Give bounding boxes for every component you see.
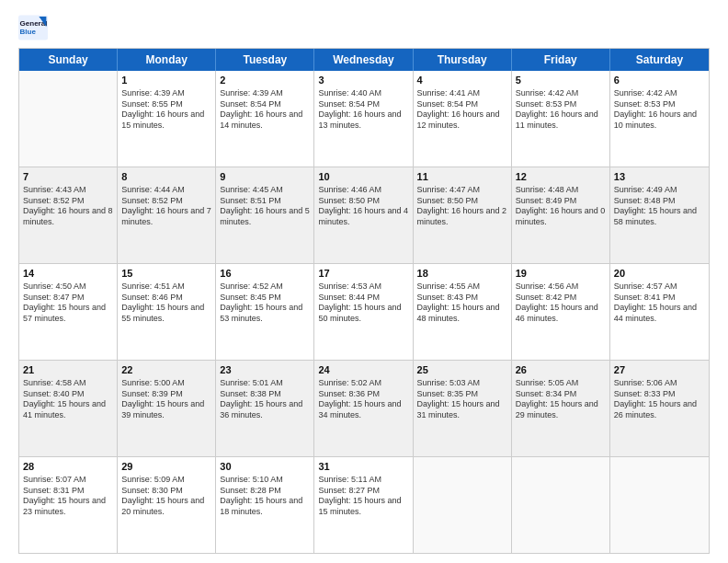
day-header-wednesday: Wednesday (314, 49, 413, 71)
cell-text: Sunrise: 5:00 AMSunset: 8:39 PMDaylight:… (121, 378, 211, 421)
day-number: 29 (121, 460, 211, 474)
cal-cell (512, 457, 610, 553)
day-number: 15 (121, 267, 211, 281)
cal-cell (19, 71, 118, 167)
day-number: 2 (220, 74, 310, 87)
cal-cell: 20Sunrise: 4:57 AMSunset: 8:41 PMDayligh… (610, 264, 709, 360)
logo: General Blue (18, 15, 48, 40)
cell-text: Sunrise: 4:44 AMSunset: 8:52 PMDaylight:… (121, 185, 211, 228)
cell-text: Sunrise: 5:11 AMSunset: 8:27 PMDaylight:… (318, 475, 408, 518)
day-number: 8 (121, 170, 211, 184)
day-number: 17 (318, 267, 408, 281)
cell-text: Sunrise: 5:06 AMSunset: 8:33 PMDaylight:… (614, 378, 705, 421)
cal-cell: 4Sunrise: 4:41 AMSunset: 8:54 PMDaylight… (414, 71, 512, 167)
cal-cell: 24Sunrise: 5:02 AMSunset: 8:36 PMDayligh… (314, 361, 413, 456)
cal-cell (414, 457, 512, 553)
day-header-saturday: Saturday (610, 49, 709, 71)
cell-text: Sunrise: 4:47 AMSunset: 8:50 PMDaylight:… (417, 185, 507, 228)
day-number: 28 (23, 460, 113, 474)
cal-cell: 28Sunrise: 5:07 AMSunset: 8:31 PMDayligh… (19, 457, 118, 553)
week-row-5: 28Sunrise: 5:07 AMSunset: 8:31 PMDayligh… (19, 457, 709, 553)
cal-cell: 23Sunrise: 5:01 AMSunset: 8:38 PMDayligh… (216, 361, 314, 456)
cell-text: Sunrise: 5:01 AMSunset: 8:38 PMDaylight:… (220, 378, 310, 421)
day-number: 23 (220, 363, 310, 377)
cal-cell: 25Sunrise: 5:03 AMSunset: 8:35 PMDayligh… (414, 361, 512, 456)
day-number: 12 (516, 170, 606, 184)
day-number: 7 (23, 170, 113, 184)
cell-text: Sunrise: 4:58 AMSunset: 8:40 PMDaylight:… (23, 378, 113, 421)
cal-cell: 16Sunrise: 4:52 AMSunset: 8:45 PMDayligh… (216, 264, 314, 360)
day-number: 9 (220, 170, 310, 184)
week-row-2: 7Sunrise: 4:43 AMSunset: 8:52 PMDaylight… (19, 167, 709, 264)
page-header: General Blue (18, 15, 710, 40)
week-row-4: 21Sunrise: 4:58 AMSunset: 8:40 PMDayligh… (19, 361, 709, 457)
cal-cell: 29Sunrise: 5:09 AMSunset: 8:30 PMDayligh… (118, 457, 216, 553)
day-header-monday: Monday (118, 49, 216, 71)
cal-cell: 22Sunrise: 5:00 AMSunset: 8:39 PMDayligh… (118, 361, 216, 456)
day-number: 13 (614, 170, 705, 184)
cal-cell: 11Sunrise: 4:47 AMSunset: 8:50 PMDayligh… (414, 167, 512, 263)
day-number: 11 (417, 170, 507, 184)
cal-cell: 19Sunrise: 4:56 AMSunset: 8:42 PMDayligh… (512, 264, 610, 360)
cell-text: Sunrise: 5:07 AMSunset: 8:31 PMDaylight:… (23, 475, 113, 518)
day-number: 21 (23, 363, 113, 377)
day-header-friday: Friday (512, 49, 610, 71)
day-number: 14 (23, 267, 113, 281)
cell-text: Sunrise: 5:10 AMSunset: 8:28 PMDaylight:… (220, 475, 310, 518)
cal-cell: 8Sunrise: 4:44 AMSunset: 8:52 PMDaylight… (118, 167, 216, 263)
cell-text: Sunrise: 4:42 AMSunset: 8:53 PMDaylight:… (614, 88, 705, 132)
cell-text: Sunrise: 4:48 AMSunset: 8:49 PMDaylight:… (516, 185, 606, 228)
cell-text: Sunrise: 5:09 AMSunset: 8:30 PMDaylight:… (121, 475, 211, 518)
day-number: 19 (516, 267, 606, 281)
cal-cell: 6Sunrise: 4:42 AMSunset: 8:53 PMDaylight… (610, 71, 709, 167)
cal-cell: 3Sunrise: 4:40 AMSunset: 8:54 PMDaylight… (314, 71, 413, 167)
cal-cell: 14Sunrise: 4:50 AMSunset: 8:47 PMDayligh… (19, 264, 118, 360)
cell-text: Sunrise: 4:40 AMSunset: 8:54 PMDaylight:… (318, 88, 408, 132)
cell-text: Sunrise: 4:49 AMSunset: 8:48 PMDaylight:… (614, 185, 705, 228)
cal-cell: 2Sunrise: 4:39 AMSunset: 8:54 PMDaylight… (216, 71, 314, 167)
cell-text: Sunrise: 5:02 AMSunset: 8:36 PMDaylight:… (318, 378, 408, 421)
day-number: 30 (220, 460, 310, 474)
day-header-sunday: Sunday (19, 49, 118, 71)
cell-text: Sunrise: 4:42 AMSunset: 8:53 PMDaylight:… (516, 88, 606, 132)
svg-text:Blue: Blue (20, 28, 37, 36)
cal-cell: 27Sunrise: 5:06 AMSunset: 8:33 PMDayligh… (610, 361, 709, 456)
day-number: 24 (318, 363, 408, 377)
day-number: 4 (417, 74, 507, 87)
calendar: SundayMondayTuesdayWednesdayThursdayFrid… (18, 48, 710, 554)
cal-cell: 13Sunrise: 4:49 AMSunset: 8:48 PMDayligh… (610, 167, 709, 263)
cell-text: Sunrise: 5:03 AMSunset: 8:35 PMDaylight:… (417, 378, 507, 421)
logo-icon: General Blue (18, 15, 48, 40)
day-number: 6 (614, 74, 705, 87)
cell-text: Sunrise: 4:45 AMSunset: 8:51 PMDaylight:… (220, 185, 310, 228)
cell-text: Sunrise: 4:46 AMSunset: 8:50 PMDaylight:… (318, 185, 408, 228)
cal-cell: 9Sunrise: 4:45 AMSunset: 8:51 PMDaylight… (216, 167, 314, 263)
cal-cell: 31Sunrise: 5:11 AMSunset: 8:27 PMDayligh… (314, 457, 413, 553)
cal-cell: 17Sunrise: 4:53 AMSunset: 8:44 PMDayligh… (314, 264, 413, 360)
cal-cell: 5Sunrise: 4:42 AMSunset: 8:53 PMDaylight… (512, 71, 610, 167)
day-number: 26 (516, 363, 606, 377)
cal-cell: 18Sunrise: 4:55 AMSunset: 8:43 PMDayligh… (414, 264, 512, 360)
cal-cell: 30Sunrise: 5:10 AMSunset: 8:28 PMDayligh… (216, 457, 314, 553)
day-number: 5 (516, 74, 606, 87)
cal-cell: 10Sunrise: 4:46 AMSunset: 8:50 PMDayligh… (314, 167, 413, 263)
week-row-1: 1Sunrise: 4:39 AMSunset: 8:55 PMDaylight… (19, 71, 709, 167)
day-number: 25 (417, 363, 507, 377)
day-number: 3 (318, 74, 408, 87)
cell-text: Sunrise: 4:57 AMSunset: 8:41 PMDaylight:… (614, 282, 705, 325)
cell-text: Sunrise: 4:43 AMSunset: 8:52 PMDaylight:… (23, 185, 113, 228)
day-number: 1 (121, 74, 211, 87)
cell-text: Sunrise: 4:39 AMSunset: 8:55 PMDaylight:… (121, 88, 211, 132)
day-number: 16 (220, 267, 310, 281)
cell-text: Sunrise: 4:39 AMSunset: 8:54 PMDaylight:… (220, 88, 310, 132)
cell-text: Sunrise: 4:56 AMSunset: 8:42 PMDaylight:… (516, 282, 606, 325)
cell-text: Sunrise: 4:55 AMSunset: 8:43 PMDaylight:… (417, 282, 507, 325)
week-row-3: 14Sunrise: 4:50 AMSunset: 8:47 PMDayligh… (19, 264, 709, 361)
cal-cell: 1Sunrise: 4:39 AMSunset: 8:55 PMDaylight… (118, 71, 216, 167)
cell-text: Sunrise: 4:53 AMSunset: 8:44 PMDaylight:… (318, 282, 408, 325)
cal-cell (610, 457, 709, 553)
cal-cell: 7Sunrise: 4:43 AMSunset: 8:52 PMDaylight… (19, 167, 118, 263)
cell-text: Sunrise: 4:51 AMSunset: 8:46 PMDaylight:… (121, 282, 211, 325)
day-number: 31 (318, 460, 408, 474)
day-header-tuesday: Tuesday (216, 49, 314, 71)
